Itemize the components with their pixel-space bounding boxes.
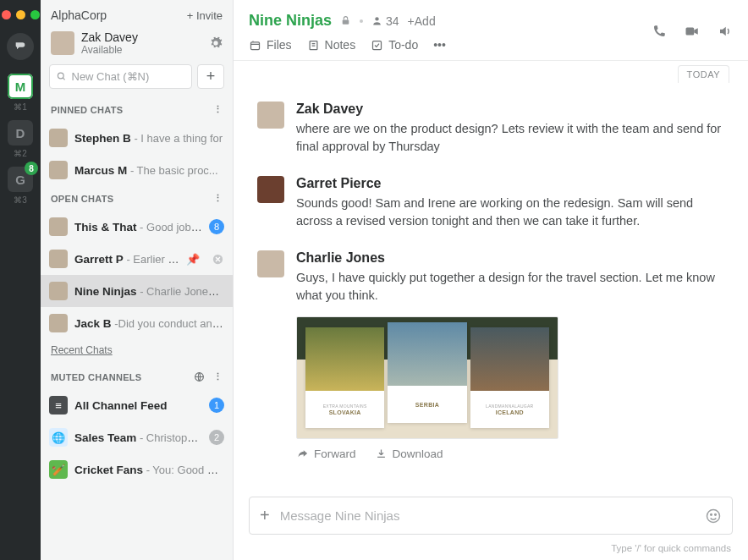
search-icon	[57, 71, 67, 82]
notes-tab[interactable]: Notes	[307, 38, 356, 52]
separator-icon	[360, 19, 363, 23]
window-controls[interactable]	[2, 7, 40, 28]
workspace-switch[interactable]: G8	[8, 167, 33, 192]
files-icon	[249, 39, 261, 52]
chat-name: Cricket Fans	[74, 464, 143, 476]
message-avatar[interactable]	[257, 102, 284, 129]
message-list: Zak Daveywhere are we on the product des…	[234, 81, 748, 486]
conversation-header: Nine Ninjas 34 +Add Files Notes To-do	[234, 0, 748, 61]
chat-avatar	[49, 282, 68, 300]
unread-badge: 8	[209, 219, 224, 234]
member-count[interactable]: 34	[371, 14, 399, 28]
chat-row[interactable]: 🌐Sales Team - Christopher J: d.2	[41, 421, 233, 453]
attachment-card: EXTRA MOUNTAINSSLOVAKIA	[305, 327, 384, 428]
files-tab[interactable]: Files	[249, 38, 292, 52]
message-author[interactable]: Zak Davey	[296, 102, 724, 117]
current-user[interactable]: Zak Davey Available	[41, 27, 233, 64]
phone-icon	[652, 24, 667, 39]
globe-icon[interactable]	[194, 371, 205, 382]
svg-rect-9	[686, 28, 695, 36]
message-avatar[interactable]	[257, 176, 284, 203]
todo-tab[interactable]: To-do	[371, 38, 418, 52]
video-icon	[684, 24, 701, 39]
download-icon	[375, 447, 388, 460]
chat-row[interactable]: Marcus M - The basic proc...	[41, 154, 233, 186]
volume-button[interactable]	[718, 24, 733, 39]
image-attachment[interactable]: EXTRA MOUNTAINSSLOVAKIASERBIALANDMANNALA…	[296, 316, 558, 439]
section-label: OPEN CHATS	[51, 194, 113, 204]
forward-button[interactable]: Forward	[296, 447, 356, 460]
voice-call-button[interactable]	[652, 24, 667, 39]
chat-row[interactable]: Nine Ninjas - Charlie Jones: G...	[41, 275, 233, 307]
chat-row[interactable]: This & That - Good job👏...8	[41, 211, 233, 243]
workspace-rail: M⌘1D⌘2G8⌘3	[0, 0, 41, 560]
chat-row[interactable]: Stephen B - I have a thing for	[41, 122, 233, 154]
settings-button[interactable]	[209, 36, 223, 50]
pinned-section-header[interactable]: PINNED CHATS ⋮	[41, 97, 233, 122]
message-author[interactable]: Charlie Jones	[296, 250, 724, 266]
chat-avatar	[49, 161, 68, 179]
workspace-switch[interactable]: M	[8, 74, 33, 99]
chat-preview: - The basic proc...	[127, 164, 217, 177]
message-text: Guys, I have quickly put together a desi…	[296, 269, 724, 305]
new-chat-button[interactable]: +	[197, 64, 224, 89]
message-text: where are we on the product design? Lets…	[296, 120, 724, 156]
workspace-switch[interactable]: D	[8, 120, 33, 145]
invite-button[interactable]: + Invite	[187, 9, 223, 22]
unread-badge: 1	[209, 398, 224, 413]
recent-chats-link[interactable]: Recent Chats	[41, 339, 233, 365]
add-member-button[interactable]: +Add	[408, 14, 436, 28]
channel-title[interactable]: Nine Ninjas	[249, 12, 332, 30]
close-window-icon[interactable]	[2, 10, 11, 19]
chat-name: Marcus M	[74, 164, 127, 177]
close-chat-icon[interactable]	[212, 253, 224, 266]
composer-hint: Type '/' for quick commands	[234, 540, 748, 560]
app-logo[interactable]	[7, 33, 34, 60]
search-input[interactable]	[72, 70, 185, 83]
svg-point-5	[375, 17, 378, 20]
video-call-button[interactable]	[684, 24, 701, 39]
message-composer[interactable]: +	[249, 497, 733, 535]
chat-row[interactable]: Garrett P - Earlier this...📌	[41, 243, 233, 275]
maximize-window-icon[interactable]	[30, 10, 40, 19]
emoji-button[interactable]	[705, 508, 722, 524]
section-menu-icon[interactable]: ⋮	[213, 104, 223, 115]
attachment-card: SERBIA	[388, 322, 466, 423]
chat-preview: -Did you conduct any sur	[112, 317, 224, 330]
section-menu-icon[interactable]: ⋮	[213, 193, 223, 204]
download-button[interactable]: Download	[375, 447, 443, 460]
pin-icon: 📌	[186, 253, 200, 266]
unread-badge: 8	[25, 162, 38, 175]
message-avatar[interactable]	[257, 250, 284, 277]
open-section-header[interactable]: OPEN CHATS ⋮	[41, 186, 233, 211]
chat-name: Jack B	[74, 317, 112, 330]
chat-sidebar: AlphaCorp + Invite Zak Davey Available +…	[41, 0, 234, 560]
private-channel-indicator	[340, 15, 351, 26]
feed-icon: ≡	[49, 396, 68, 415]
lock-icon	[340, 15, 351, 26]
notes-icon	[307, 39, 320, 52]
message: Charlie JonesGuys, I have quickly put to…	[257, 250, 724, 460]
more-tab[interactable]: •••	[433, 38, 446, 52]
chat-name: This & That	[74, 221, 137, 233]
message-input[interactable]	[280, 508, 695, 523]
more-icon: •••	[433, 38, 446, 52]
org-name[interactable]: AlphaCorp	[51, 8, 107, 22]
flock-icon	[14, 40, 27, 53]
chat-avatar	[49, 250, 68, 268]
user-avatar	[51, 31, 74, 55]
section-menu-icon[interactable]: ⋮	[213, 371, 223, 382]
attach-button[interactable]: +	[260, 506, 270, 525]
chat-row[interactable]: ≡All Channel Feed1	[41, 389, 233, 421]
chat-preview: - Christopher J: d.	[136, 431, 202, 444]
new-chat-search[interactable]	[49, 64, 192, 89]
user-name: Zak Davey	[81, 30, 138, 44]
chat-row[interactable]: 🏏Cricket Fans - You: Good game	[41, 453, 233, 486]
svg-point-11	[711, 513, 712, 515]
minimize-window-icon[interactable]	[16, 10, 25, 19]
message-author[interactable]: Garret Pierce	[296, 176, 724, 191]
chat-row[interactable]: Jack B -Did you conduct any sur	[41, 307, 233, 339]
svg-rect-6	[251, 41, 260, 49]
muted-section-header[interactable]: MUTED CHANNELS ⋮	[41, 365, 233, 389]
gear-icon	[209, 36, 223, 50]
